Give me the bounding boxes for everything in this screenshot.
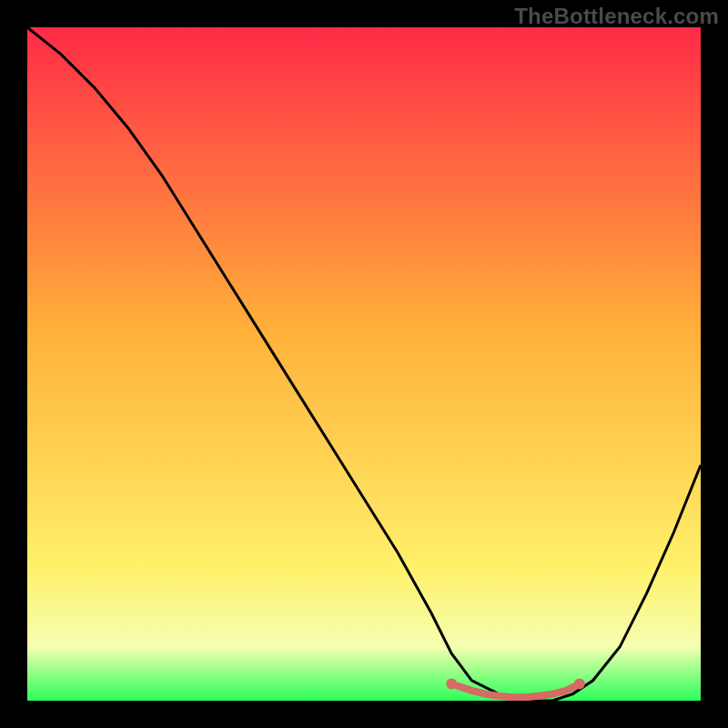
watermark-text: TheBottleneck.com	[514, 4, 719, 29]
chart-svg	[27, 27, 701, 701]
chart-frame: TheBottleneck.com	[0, 0, 728, 728]
plot-area	[27, 27, 701, 701]
optimal-band-endpoint	[446, 679, 457, 690]
optimal-band-endpoint	[574, 679, 585, 690]
